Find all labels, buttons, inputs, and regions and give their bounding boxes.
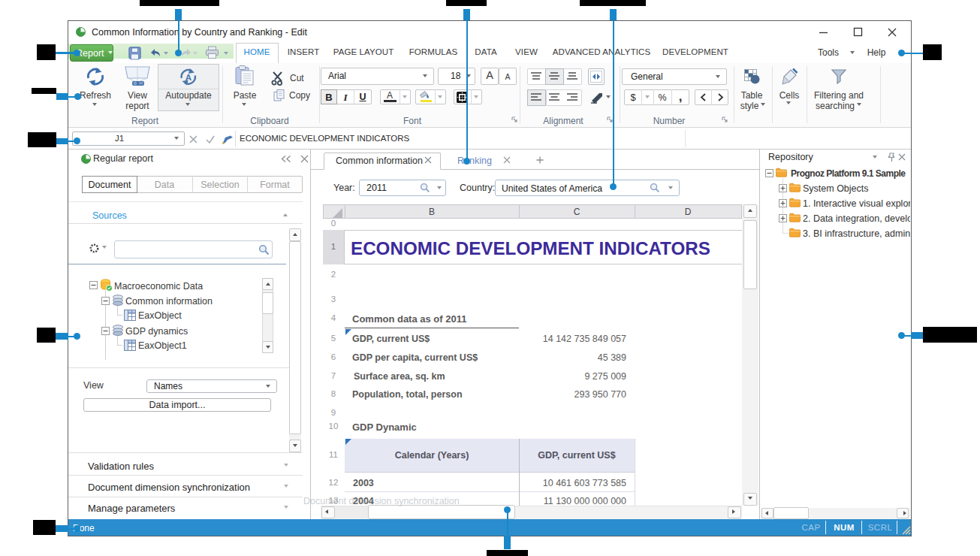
- svg-text:A: A: [185, 73, 191, 82]
